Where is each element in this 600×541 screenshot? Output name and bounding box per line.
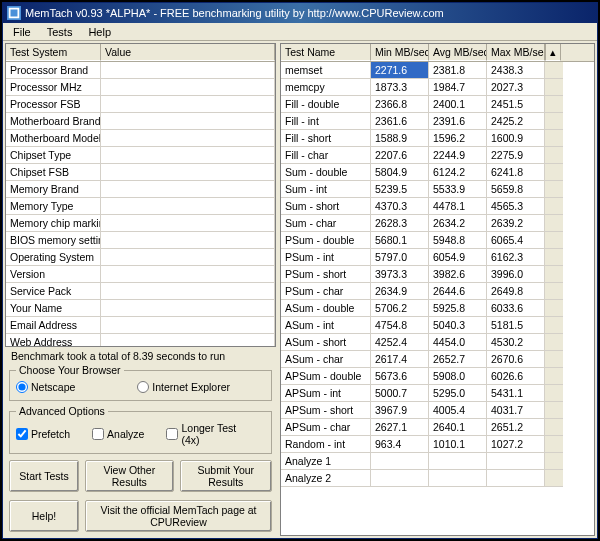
table-row[interactable]: Sum - double5804.96124.26241.8 bbox=[281, 164, 594, 181]
table-row[interactable]: ASum - short4252.44454.04530.2 bbox=[281, 334, 594, 351]
scrollbar-track[interactable] bbox=[545, 385, 563, 402]
table-row[interactable]: APSum - double5673.65908.06026.6 bbox=[281, 368, 594, 385]
system-row-value[interactable] bbox=[101, 283, 275, 300]
scrollbar-track[interactable] bbox=[545, 198, 563, 215]
col-avg[interactable]: Avg MB/sec bbox=[429, 44, 487, 61]
table-row[interactable]: Sum - short4370.34478.14565.3 bbox=[281, 198, 594, 215]
table-row[interactable]: Email Address bbox=[6, 317, 275, 334]
radio-ie-input[interactable] bbox=[137, 381, 149, 393]
table-row[interactable]: ASum - int4754.85040.35181.5 bbox=[281, 317, 594, 334]
radio-netscape-input[interactable] bbox=[16, 381, 28, 393]
col-test-system[interactable]: Test System bbox=[6, 44, 101, 61]
table-row[interactable]: Fill - int2361.62391.62425.2 bbox=[281, 113, 594, 130]
scrollbar-track[interactable] bbox=[545, 164, 563, 181]
table-row[interactable]: Service Pack bbox=[6, 283, 275, 300]
scrollbar-track[interactable] bbox=[545, 317, 563, 334]
scrollbar-track[interactable] bbox=[545, 436, 563, 453]
scrollbar-track[interactable] bbox=[545, 249, 563, 266]
table-row[interactable]: Web Address bbox=[6, 334, 275, 347]
table-row[interactable]: Fill - short1588.91596.21600.9 bbox=[281, 130, 594, 147]
table-row[interactable]: Sum - int5239.55533.95659.8 bbox=[281, 181, 594, 198]
col-min[interactable]: Min MB/sec bbox=[371, 44, 429, 61]
scrollbar-track[interactable] bbox=[545, 283, 563, 300]
table-row[interactable]: Memory Brand bbox=[6, 181, 275, 198]
view-results-button[interactable]: View Other Results bbox=[85, 460, 174, 492]
col-max[interactable]: Max MB/sec bbox=[487, 44, 545, 61]
radio-netscape[interactable]: Netscape bbox=[16, 381, 75, 393]
check-analyze-input[interactable] bbox=[92, 428, 104, 440]
table-row[interactable]: ASum - char2617.42652.72670.6 bbox=[281, 351, 594, 368]
scrollbar-track[interactable] bbox=[545, 334, 563, 351]
scrollbar-track[interactable] bbox=[545, 62, 563, 79]
table-row[interactable]: Fill - double2366.82400.12451.5 bbox=[281, 96, 594, 113]
table-row[interactable]: APSum - char2627.12640.12651.2 bbox=[281, 419, 594, 436]
submit-results-button[interactable]: Submit Your Results bbox=[180, 460, 272, 492]
system-row-value[interactable] bbox=[101, 130, 275, 147]
scrollbar-track[interactable] bbox=[545, 232, 563, 249]
scrollbar-track[interactable] bbox=[545, 300, 563, 317]
scrollbar-track[interactable] bbox=[545, 96, 563, 113]
scrollbar-track[interactable] bbox=[545, 215, 563, 232]
col-value[interactable]: Value bbox=[101, 44, 275, 61]
table-row[interactable]: Processor MHz bbox=[6, 79, 275, 96]
scrollbar-track[interactable] bbox=[545, 419, 563, 436]
table-row[interactable]: Chipset Type bbox=[6, 147, 275, 164]
scrollbar-track[interactable] bbox=[545, 402, 563, 419]
table-row[interactable]: PSum - char2634.92644.62649.8 bbox=[281, 283, 594, 300]
scrollbar-track[interactable] bbox=[545, 181, 563, 198]
scrollbar-track[interactable] bbox=[545, 79, 563, 96]
help-button[interactable]: Help! bbox=[9, 500, 79, 532]
radio-ie[interactable]: Internet Explorer bbox=[137, 381, 230, 393]
scroll-up-icon[interactable]: ▴ bbox=[545, 44, 561, 61]
system-row-value[interactable] bbox=[101, 215, 275, 232]
system-row-value[interactable] bbox=[101, 79, 275, 96]
system-row-value[interactable] bbox=[101, 62, 275, 79]
system-row-value[interactable] bbox=[101, 249, 275, 266]
col-test-name[interactable]: Test Name bbox=[281, 44, 371, 61]
system-row-value[interactable] bbox=[101, 198, 275, 215]
table-row[interactable]: Motherboard Brand bbox=[6, 113, 275, 130]
table-row[interactable]: Processor Brand bbox=[6, 62, 275, 79]
scrollbar-track[interactable] bbox=[545, 113, 563, 130]
system-info-grid[interactable]: Test System Value Processor BrandProcess… bbox=[5, 43, 276, 347]
table-row[interactable]: Chipset FSB bbox=[6, 164, 275, 181]
table-row[interactable]: Fill - char2207.62244.92275.9 bbox=[281, 147, 594, 164]
system-row-value[interactable] bbox=[101, 232, 275, 249]
system-row-value[interactable] bbox=[101, 113, 275, 130]
table-row[interactable]: APSum - short3967.94005.44031.7 bbox=[281, 402, 594, 419]
check-longer-input[interactable] bbox=[166, 428, 178, 440]
scrollbar-track[interactable] bbox=[545, 130, 563, 147]
table-row[interactable]: Analyze 2 bbox=[281, 470, 594, 487]
system-row-value[interactable] bbox=[101, 164, 275, 181]
table-row[interactable]: PSum - int5797.06054.96162.3 bbox=[281, 249, 594, 266]
check-analyze[interactable]: Analyze bbox=[92, 428, 144, 440]
scrollbar-track[interactable] bbox=[545, 266, 563, 283]
table-row[interactable]: Motherboard Model bbox=[6, 130, 275, 147]
scrollbar-track[interactable] bbox=[545, 368, 563, 385]
table-row[interactable]: memcpy1873.31984.72027.3 bbox=[281, 79, 594, 96]
table-row[interactable]: memset2271.62381.82438.3 bbox=[281, 62, 594, 79]
table-row[interactable]: Random - int963.41010.11027.2 bbox=[281, 436, 594, 453]
check-prefetch-input[interactable] bbox=[16, 428, 28, 440]
table-row[interactable]: Analyze 1 bbox=[281, 453, 594, 470]
scrollbar-track[interactable] bbox=[545, 453, 563, 470]
table-row[interactable]: Memory chip markings bbox=[6, 215, 275, 232]
system-row-value[interactable] bbox=[101, 181, 275, 198]
system-row-value[interactable] bbox=[101, 266, 275, 283]
system-row-value[interactable] bbox=[101, 317, 275, 334]
table-row[interactable]: ASum - double5706.25925.86033.6 bbox=[281, 300, 594, 317]
visit-page-button[interactable]: Visit the official MemTach page at CPURe… bbox=[85, 500, 272, 532]
check-prefetch[interactable]: Prefetch bbox=[16, 428, 70, 440]
scrollbar-track[interactable] bbox=[545, 470, 563, 487]
table-row[interactable]: PSum - short3973.33982.63996.0 bbox=[281, 266, 594, 283]
scrollbar-track[interactable] bbox=[545, 147, 563, 164]
menu-help[interactable]: Help bbox=[80, 24, 119, 40]
table-row[interactable]: Version bbox=[6, 266, 275, 283]
system-row-value[interactable] bbox=[101, 96, 275, 113]
table-row[interactable]: Memory Type bbox=[6, 198, 275, 215]
start-tests-button[interactable]: Start Tests bbox=[9, 460, 79, 492]
table-row[interactable]: PSum - double5680.15948.86065.4 bbox=[281, 232, 594, 249]
table-row[interactable]: BIOS memory settings bbox=[6, 232, 275, 249]
table-row[interactable]: Sum - char2628.32634.22639.2 bbox=[281, 215, 594, 232]
titlebar[interactable]: MemTach v0.93 *ALPHA* - FREE benchmarkin… bbox=[3, 3, 597, 23]
